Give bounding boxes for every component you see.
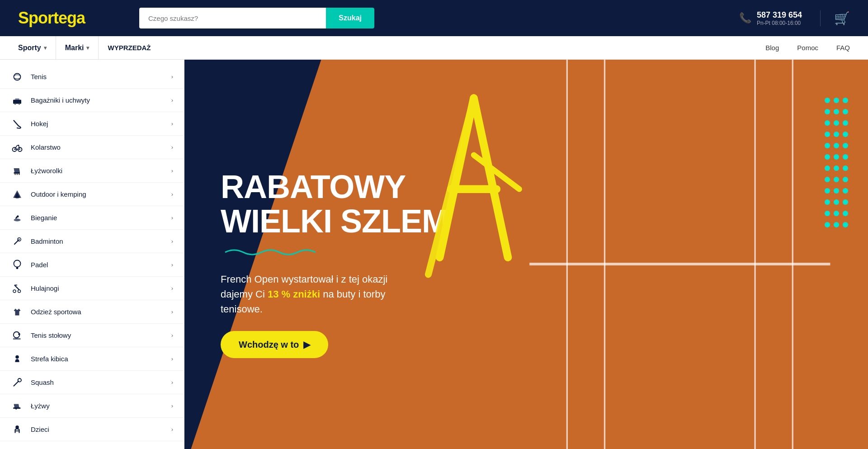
chevron-right-icon: › xyxy=(171,144,173,151)
nav-marki[interactable]: Marki ▾ xyxy=(56,36,99,59)
svg-point-71 xyxy=(825,177,830,182)
sidebar-item-hokej[interactable]: Hokej› xyxy=(0,112,184,136)
svg-point-66 xyxy=(834,154,839,160)
phone-section: 📞 587 319 654 Pn-Pt 08:00-16:00 xyxy=(739,10,821,26)
chevron-right-icon: › xyxy=(171,379,173,386)
svg-point-70 xyxy=(843,165,848,171)
chevron-down-icon: ▾ xyxy=(44,45,47,51)
sidebar-item-kolarstwo[interactable]: Kolarstwo› xyxy=(0,136,184,159)
nav-faq[interactable]: FAQ xyxy=(836,44,850,52)
strefa-kibica-icon xyxy=(11,353,24,365)
svg-point-51 xyxy=(834,98,839,103)
sidebar-item-outdoor[interactable]: Outdoor i kemping› xyxy=(0,183,184,206)
svg-point-59 xyxy=(825,132,830,137)
dzieci-icon xyxy=(11,423,24,436)
cart-icon: 🛒 xyxy=(834,11,850,26)
header: Sportega Szukaj 📞 587 319 654 Pn-Pt 08:0… xyxy=(0,0,868,36)
svg-line-49 xyxy=(474,155,519,189)
sidebar-item-bagazniki[interactable]: Bagażniki i uchwyty› xyxy=(0,89,184,112)
chevron-right-icon: › xyxy=(171,285,173,292)
svg-point-28 xyxy=(18,333,20,335)
svg-point-84 xyxy=(834,222,839,227)
header-right: 📞 587 319 654 Pn-Pt 08:00-16:00 🛒 xyxy=(739,10,850,26)
sidebar-item-hulajnogi[interactable]: Hulajnogi› xyxy=(0,277,184,300)
chevron-right-icon: › xyxy=(171,73,173,80)
svg-point-55 xyxy=(843,109,848,114)
sidebar-item-label: Odzież sportowa xyxy=(31,308,164,316)
svg-point-67 xyxy=(843,154,848,160)
phone-icon: 📞 xyxy=(739,12,751,24)
svg-point-53 xyxy=(825,109,830,114)
svg-point-8 xyxy=(18,145,19,146)
sidebar-item-odziez[interactable]: Odzież sportowa› xyxy=(0,300,184,324)
nav-pomoc[interactable]: Pomoc xyxy=(797,44,818,52)
sidebar-item-label: Tenis xyxy=(31,73,164,80)
chevron-right-icon: › xyxy=(171,308,173,315)
lyzwy-icon xyxy=(11,400,24,412)
sidebar-item-tenis-stolowy[interactable]: Tenis stołowy› xyxy=(0,324,184,347)
svg-point-11 xyxy=(17,174,18,175)
sidebar-item-bieganie[interactable]: Bieganie› xyxy=(0,206,184,230)
sidebar-item-lyzwy[interactable]: Łyżwy› xyxy=(0,394,184,418)
bieganie-icon xyxy=(11,212,24,224)
hulajnogi-icon xyxy=(11,282,24,295)
sidebar: Tenis›Bagażniki i uchwyty›Hokej›Kolarstw… xyxy=(0,60,184,449)
sidebar-item-label: Padel xyxy=(31,261,164,269)
chevron-right-icon: › xyxy=(171,120,173,127)
svg-point-77 xyxy=(825,199,830,205)
sidebar-item-label: Squash xyxy=(31,378,164,386)
sidebar-item-label: Outdoor i kemping xyxy=(31,190,164,198)
main-container: Tenis›Bagażniki i uchwyty›Hokej›Kolarstw… xyxy=(0,60,868,449)
svg-point-64 xyxy=(843,143,848,148)
svg-point-54 xyxy=(834,109,839,114)
svg-point-68 xyxy=(825,165,830,171)
chevron-right-icon: › xyxy=(171,355,173,362)
sidebar-item-label: Strefa kibica xyxy=(31,355,164,363)
svg-point-79 xyxy=(843,199,848,205)
sidebar-item-fitness[interactable]: Fitness & Training› xyxy=(0,441,184,449)
sidebar-item-padel[interactable]: Padel› xyxy=(0,253,184,277)
nav-wyprzedaz[interactable]: WYPRZEDAŻ xyxy=(99,44,160,52)
chevron-right-icon: › xyxy=(171,261,173,268)
sidebar-item-tenis[interactable]: Tenis› xyxy=(0,65,184,89)
yellow-graphic-svg xyxy=(410,87,537,286)
svg-point-12 xyxy=(19,174,20,175)
svg-point-83 xyxy=(825,222,830,227)
svg-point-50 xyxy=(825,98,830,103)
sidebar-item-label: Badminton xyxy=(31,237,164,245)
sidebar-item-label: Hulajnogi xyxy=(31,284,164,292)
tenis-icon xyxy=(11,71,24,83)
svg-point-16 xyxy=(14,218,21,221)
site-logo[interactable]: Sportega xyxy=(18,9,85,28)
svg-point-58 xyxy=(843,120,848,126)
svg-point-10 xyxy=(14,174,16,175)
sidebar-item-label: Bagażniki i uchwyty xyxy=(31,96,164,104)
sidebar-item-dzieci[interactable]: Dzieci› xyxy=(0,418,184,441)
sidebar-item-badminton[interactable]: Badminton› xyxy=(0,230,184,253)
hero-subtitle: French Open wystartował i z tej okazji d… xyxy=(221,272,420,317)
search-button[interactable]: Szukaj xyxy=(326,8,374,28)
sidebar-item-lyzworolki[interactable]: Łyżworolki› xyxy=(0,159,184,183)
nav-sporty[interactable]: Sporty ▾ xyxy=(18,36,56,59)
search-input[interactable] xyxy=(139,8,326,28)
badminton-icon xyxy=(11,235,24,248)
svg-point-85 xyxy=(843,222,848,227)
chevron-down-icon: ▾ xyxy=(86,45,89,51)
sidebar-item-label: Łyżwy xyxy=(31,402,164,410)
svg-point-60 xyxy=(834,132,839,137)
svg-point-74 xyxy=(825,188,830,194)
sidebar-item-strefa-kibica[interactable]: Strefa kibica› xyxy=(0,347,184,371)
hero-cta-button[interactable]: Wchodzę w to ▶ xyxy=(221,331,328,358)
sidebar-item-label: Hokej xyxy=(31,120,164,128)
navbar: Sporty ▾ Marki ▾ WYPRZEDAŻ Blog Pomoc FA… xyxy=(0,36,868,60)
svg-point-2 xyxy=(14,103,16,104)
sidebar-item-squash[interactable]: Squash› xyxy=(0,371,184,394)
phone-number: 587 319 654 xyxy=(757,10,802,20)
hokej-icon xyxy=(11,118,24,130)
cart-button[interactable]: 🛒 xyxy=(821,11,850,26)
svg-point-24 xyxy=(13,290,16,293)
nav-blog[interactable]: Blog xyxy=(765,44,779,52)
chevron-right-icon: › xyxy=(171,167,173,174)
chevron-right-icon: › xyxy=(171,238,173,245)
sidebar-item-label: Kolarstwo xyxy=(31,143,164,151)
